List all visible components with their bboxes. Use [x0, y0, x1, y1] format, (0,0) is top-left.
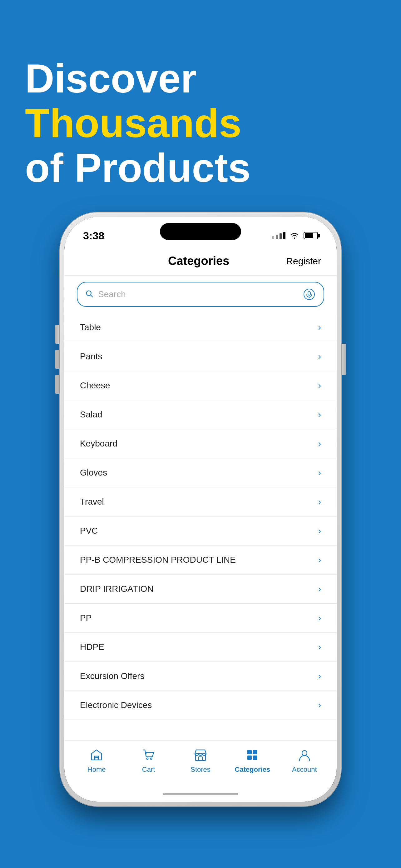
wifi-icon [290, 232, 299, 239]
tab-cart[interactable]: Cart [123, 747, 174, 774]
home-bar [163, 793, 238, 795]
category-name: Excursion Offers [80, 671, 144, 681]
category-item[interactable]: Cheese › [64, 371, 337, 400]
category-name: PP [80, 613, 92, 623]
home-icon [89, 747, 105, 763]
chevron-right-icon: › [318, 584, 321, 594]
dynamic-island [160, 223, 241, 240]
svg-point-6 [146, 758, 148, 760]
status-bar: 3:38 [64, 217, 337, 248]
headline-highlight: Thousands [25, 100, 241, 146]
category-item[interactable]: HDPE › [64, 633, 337, 662]
svg-rect-12 [247, 755, 252, 760]
category-item[interactable]: Excursion Offers › [64, 662, 337, 691]
phone-inner: 3:38 [64, 217, 337, 802]
nav-header: Categories Register [64, 248, 337, 276]
chevron-right-icon: › [318, 700, 321, 710]
category-name: DRIP IRRIGATION [80, 584, 153, 594]
svg-line-1 [91, 295, 93, 297]
tab-account-label: Account [292, 766, 317, 774]
category-name: Cheese [80, 380, 110, 391]
chevron-right-icon: › [318, 671, 321, 681]
category-item[interactable]: Travel › [64, 488, 337, 517]
search-icon [85, 289, 94, 299]
category-item[interactable]: Table › [64, 313, 337, 342]
category-name: Gloves [80, 468, 107, 478]
headline-text: Discover Thousandsof Products [25, 56, 376, 190]
chevron-right-icon: › [318, 439, 321, 449]
register-button[interactable]: Register [286, 256, 321, 267]
account-icon [296, 747, 312, 763]
chevron-right-icon: › [318, 322, 321, 333]
phone-screen: 3:38 [64, 217, 337, 802]
category-name: Keyboard [80, 439, 118, 449]
tab-stores-label: Stores [191, 766, 210, 774]
tab-categories[interactable]: Categories [226, 747, 278, 774]
svg-rect-3 [308, 291, 310, 295]
category-item[interactable]: Pants › [64, 342, 337, 371]
category-name: PP-B COMPRESSION PRODUCT LINE [80, 555, 236, 565]
category-item[interactable]: Salad › [64, 400, 337, 429]
chevron-right-icon: › [318, 642, 321, 652]
category-name: Travel [80, 497, 104, 507]
page-title: Categories [111, 254, 286, 268]
chevron-right-icon: › [318, 497, 321, 507]
svg-rect-10 [247, 750, 252, 754]
cart-icon [140, 747, 157, 763]
svg-point-7 [150, 758, 152, 760]
battery-icon [304, 232, 318, 239]
svg-point-14 [302, 750, 307, 755]
chevron-right-icon: › [318, 555, 321, 565]
category-item[interactable]: Electronic Devices › [64, 691, 337, 720]
categories-icon [244, 747, 261, 763]
chevron-right-icon: › [318, 351, 321, 362]
svg-rect-11 [253, 750, 257, 754]
status-icons [272, 232, 318, 239]
chevron-right-icon: › [318, 613, 321, 623]
mic-icon[interactable] [302, 287, 316, 301]
category-item[interactable]: PP › [64, 604, 337, 633]
category-item[interactable]: PP-B COMPRESSION PRODUCT LINE › [64, 546, 337, 575]
category-name: PVC [80, 526, 98, 536]
category-item[interactable]: Keyboard › [64, 429, 337, 458]
chevron-right-icon: › [318, 410, 321, 420]
svg-rect-5 [95, 757, 98, 760]
category-name: HDPE [80, 642, 104, 652]
signal-icon [272, 232, 286, 239]
headline: Discover Thousandsof Products [25, 56, 376, 190]
chevron-right-icon: › [318, 468, 321, 478]
category-name: Table [80, 322, 101, 333]
search-input[interactable]: Search [98, 289, 302, 299]
search-container: Search [64, 276, 337, 313]
chevron-right-icon: › [318, 526, 321, 536]
stores-icon [192, 747, 209, 763]
home-indicator [64, 786, 337, 802]
phone-mockup: 3:38 [60, 213, 341, 806]
category-list: Table › Pants › Cheese › Salad › Keyboar… [64, 313, 337, 740]
chevron-right-icon: › [318, 380, 321, 391]
tab-home[interactable]: Home [71, 747, 123, 774]
svg-rect-9 [199, 757, 202, 761]
category-item[interactable]: Gloves › [64, 458, 337, 488]
category-name: Salad [80, 410, 102, 420]
tab-cart-label: Cart [142, 766, 155, 774]
status-time: 3:38 [83, 230, 104, 242]
category-name: Electronic Devices [80, 700, 152, 710]
svg-rect-13 [253, 755, 257, 760]
tab-categories-label: Categories [235, 766, 270, 774]
tab-stores[interactable]: Stores [175, 747, 226, 774]
category-name: Pants [80, 351, 102, 362]
search-bar[interactable]: Search [77, 282, 324, 307]
tab-home-label: Home [88, 766, 106, 774]
category-item[interactable]: DRIP IRRIGATION › [64, 575, 337, 604]
tab-account[interactable]: Account [278, 747, 330, 774]
tab-bar: Home Cart [64, 740, 337, 786]
phone-outer: 3:38 [60, 213, 341, 806]
category-item[interactable]: PVC › [64, 517, 337, 546]
